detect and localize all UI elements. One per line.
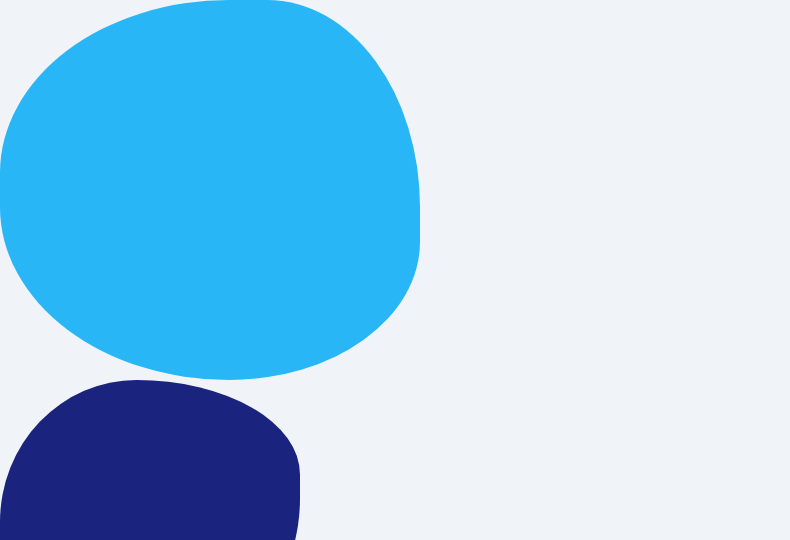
dark-blob-decoration xyxy=(0,380,300,540)
blue-blob-decoration xyxy=(0,0,420,380)
